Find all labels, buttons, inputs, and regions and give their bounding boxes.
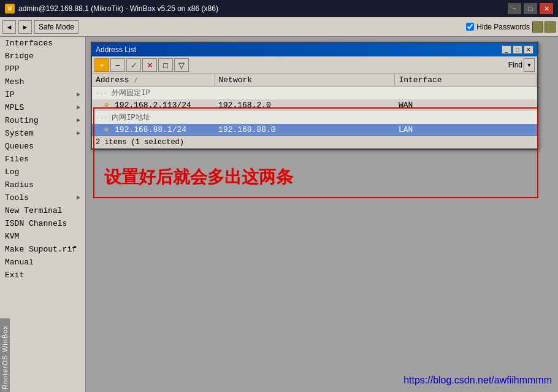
title-bar: W admin@192.168.88.1 (MikroTik) - WinBox… [0,0,558,17]
sidebar-item-label: IP [5,90,15,99]
status-text: 2 items (1 selected) [96,138,184,147]
network-cell: 192.168.2.0 [215,99,395,111]
maximize-button[interactable]: □ [524,3,537,14]
address-list-window: Address List _ □ ✕ + − ✓ ✕ □ ▽ Find ▼ [91,42,538,150]
sidebar-arrow-tools: ► [77,194,80,201]
lock-icon-2 [545,21,556,33]
column-address[interactable]: Address / [92,74,215,86]
window-close-button[interactable]: ✕ [524,45,533,54]
hide-passwords-checkbox[interactable] [466,23,474,31]
sidebar-item-system[interactable]: System ► [0,127,85,140]
address-cell: ⊕ 192.168.88.1/24 [92,124,215,136]
table-row[interactable]: ⊕ 192.168.2.113/24 192.168.2.0 WAN [92,99,537,111]
interface-cell: WAN [395,99,537,111]
sidebar-item-label: Queues [5,142,34,151]
close-button[interactable]: ✕ [540,3,553,14]
hide-passwords-area: Hide Passwords [466,21,556,33]
sidebar-arrow-mpls: ► [77,104,80,111]
window-controls: _ □ ✕ [502,45,533,54]
window-title-text: Address List [96,45,136,54]
sidebar-item-bridge[interactable]: Bridge [0,50,85,63]
sidebar-item-make-supout[interactable]: Make Supout.rif [0,243,85,256]
sidebar-item-new-terminal[interactable]: New Terminal [0,204,85,217]
sidebar-item-isdn-channels[interactable]: ISDN Channels [0,217,85,230]
sidebar-item-label: ISDN Channels [5,219,67,228]
title-bar-buttons: − □ ✕ [508,3,553,14]
filter-button[interactable]: ▽ [174,58,189,72]
remove-address-button[interactable]: − [110,58,125,72]
sidebar-arrow-routing: ► [77,117,80,124]
window-toolbar: + − ✓ ✕ □ ▽ Find ▼ [92,56,537,74]
lock-icons [532,21,556,33]
window-maximize-button[interactable]: □ [513,45,522,54]
add-address-button[interactable]: + [94,58,109,72]
column-interface[interactable]: Interface [395,74,537,86]
copy-button[interactable]: □ [158,58,173,72]
minimize-button[interactable]: − [508,3,521,14]
main-layout: Interfaces Bridge PPP Mesh IP ► MPLS ► R… [0,37,558,392]
sidebar-item-label: Interfaces [5,39,53,48]
table-row[interactable]: ⊕ 192.168.88.1/24 192.168.88.0 LAN [92,124,537,136]
sidebar-item-exit[interactable]: Exit [0,269,85,282]
safe-mode-button[interactable]: Safe Mode [34,20,78,34]
sidebar-item-label: KVM [5,232,19,241]
table-header-row: Address / Network Interface [92,74,537,86]
sidebar-item-ip[interactable]: IP ► [0,88,85,101]
sidebar-item-tools[interactable]: Tools ► [0,191,85,204]
sidebar-arrow-system: ► [77,130,80,137]
sidebar-item-mesh[interactable]: Mesh [0,75,85,88]
address-table: Address / Network Interface [92,74,537,136]
sidebar-item-label: Tools [5,193,29,202]
sidebar-item-label: Log [5,167,19,177]
lock-icon-1 [532,21,543,33]
group-row-lan: ··· 内网IP地址 [92,111,537,124]
sidebar-item-routing[interactable]: Routing ► [0,114,85,127]
app-icon: W [5,4,15,13]
window-statusbar: 2 items (1 selected) [92,136,537,148]
network-cell: 192.168.88.0 [215,124,395,136]
title-bar-left: W admin@192.168.88.1 (MikroTik) - WinBox… [5,4,218,13]
sort-indicator: / [134,77,137,84]
address-cell: ⊕ 192.168.2.113/24 [92,99,215,111]
sidebar-item-interfaces[interactable]: Interfaces [0,37,85,50]
vertical-label: RouterOS WinBox [0,318,10,392]
sidebar-item-manual[interactable]: Manual [0,256,85,269]
window-titlebar: Address List _ □ ✕ [92,43,537,56]
sidebar-item-label: Manual [5,258,34,267]
sidebar-item-label: Files [5,155,29,164]
sidebar-item-label: Make Supout.rif [5,245,77,254]
sidebar: Interfaces Bridge PPP Mesh IP ► MPLS ► R… [0,37,86,392]
sidebar-item-label: Mesh [5,77,24,86]
find-area: Find ▼ [508,58,535,72]
sidebar-item-label: PPP [5,64,19,74]
forward-button[interactable]: ► [18,20,32,34]
content-area: Address List _ □ ✕ + − ✓ ✕ □ ▽ Find ▼ [86,37,558,392]
window-title: admin@192.168.88.1 (MikroTik) - WinBox v… [18,4,218,13]
window-minimize-button[interactable]: _ [502,45,511,54]
annotation-text: 设置好后就会多出这两条 [104,166,293,189]
sidebar-item-label: Exit [5,271,24,280]
sidebar-arrow-ip: ► [77,91,80,98]
sidebar-item-label: MPLS [5,103,24,112]
interface-cell: LAN [395,124,537,136]
sidebar-item-files[interactable]: Files [0,153,85,166]
sidebar-item-label: System [5,129,34,138]
hide-passwords-label: Hide Passwords [476,23,530,31]
group-label-lan: ··· 内网IP地址 [92,111,537,124]
sidebar-item-queues[interactable]: Queues [0,140,85,153]
group-label-wan: ··· 外网固定IP [92,86,537,100]
sidebar-item-mpls[interactable]: MPLS ► [0,101,85,114]
sidebar-item-ppp[interactable]: PPP [0,63,85,75]
sidebar-item-label: Bridge [5,52,34,61]
enable-button[interactable]: ✓ [126,58,141,72]
find-label: Find [508,61,522,69]
back-button[interactable]: ◄ [2,20,16,34]
find-dropdown-button[interactable]: ▼ [524,58,535,72]
sidebar-item-log[interactable]: Log [0,166,85,179]
disable-button[interactable]: ✕ [142,58,157,72]
sidebar-item-kvm[interactable]: KVM [0,230,85,243]
group-row-wan: ··· 外网固定IP [92,86,537,100]
sidebar-item-radius[interactable]: Radius [0,179,85,191]
column-network[interactable]: Network [215,74,395,86]
main-toolbar: ◄ ► Safe Mode Hide Passwords [0,17,558,37]
